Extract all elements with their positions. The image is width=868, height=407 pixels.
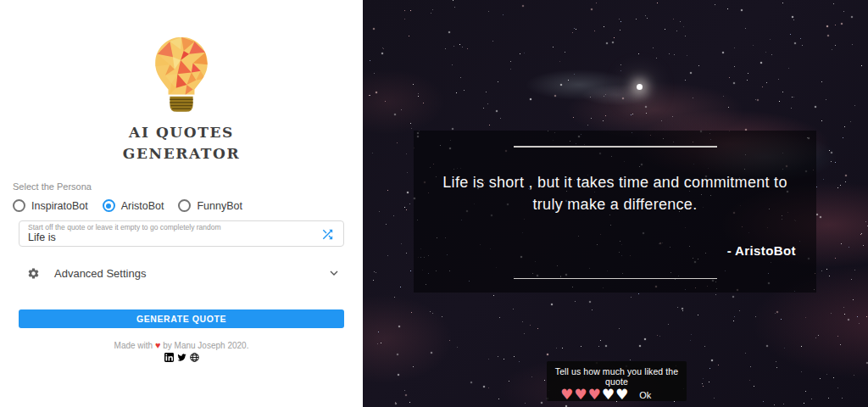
radio-circle-icon (178, 199, 191, 212)
heart-icon[interactable]: ♥ (574, 387, 587, 402)
ok-button[interactable]: Ok (639, 390, 651, 400)
page-title-line2: GENERATOR (123, 143, 240, 164)
radio-circle-icon (103, 199, 115, 212)
heart-icon[interactable]: ♥ (588, 387, 601, 402)
heart-rating: ♥♥♥♥♥ (560, 387, 629, 402)
generate-quote-button[interactable]: GENERATE QUOTE (19, 309, 344, 328)
heart-icon[interactable]: ♥ (602, 387, 615, 402)
heart-icon[interactable]: ♥ (615, 387, 628, 402)
seed-input-label: Start off the quote or leave it empty to… (28, 223, 221, 231)
globe-icon[interactable] (190, 353, 199, 362)
credit-line: Made with ♥ by Manu Joseph 2020. (0, 340, 363, 350)
credit-suffix: by Manu Joseph 2020. (163, 341, 248, 350)
rating-message: Tell us how much you liked the quote (547, 361, 687, 387)
rating-row: ♥♥♥♥♥ Ok (547, 387, 687, 402)
quote-form: Select the Persona InspiratoBot AristoBo… (0, 181, 363, 328)
radio-label: InspiratoBot (31, 200, 88, 212)
gear-icon (27, 267, 40, 280)
heart-icon: ♥ (155, 340, 161, 350)
seed-input[interactable] (28, 231, 309, 243)
chevron-down-icon (327, 266, 341, 280)
shuffle-icon[interactable] (320, 227, 335, 242)
quote-divider-top (514, 146, 717, 148)
left-panel: AI QUOTES GENERATOR Select the Persona I… (0, 0, 363, 407)
persona-radio-group: InspiratoBot AristoBot FunnyBot (13, 199, 363, 212)
quote-divider-bottom (514, 278, 717, 280)
persona-group-label: Select the Persona (13, 181, 363, 192)
linkedin-icon[interactable] (164, 353, 174, 362)
page-title-line1: AI QUOTES (123, 122, 240, 143)
seed-input-container: Start off the quote or leave it empty to… (19, 220, 344, 247)
heart-icon[interactable]: ♥ (560, 387, 573, 402)
radio-label: FunnyBot (197, 200, 242, 212)
persona-radio-funnybot[interactable]: FunnyBot (178, 199, 242, 212)
logo-block: AI QUOTES GENERATOR (0, 0, 363, 164)
app-root: AI QUOTES GENERATOR Select the Persona I… (0, 0, 868, 407)
page-title: AI QUOTES GENERATOR (123, 122, 240, 164)
persona-radio-aristobot[interactable]: AristoBot (103, 199, 164, 212)
rating-toast: Tell us how much you liked the quote ♥♥♥… (547, 361, 687, 401)
starfield-big (363, 0, 364, 2)
lightbulb-logo-icon (147, 34, 216, 119)
radio-label: AristoBot (121, 200, 164, 212)
quote-card: Life is short , but it takes time and co… (414, 131, 816, 293)
footer: Made with ♥ by Manu Joseph 2020. (0, 340, 363, 362)
social-links (0, 353, 363, 362)
quote-display-panel: Life is short , but it takes time and co… (363, 0, 868, 407)
advanced-settings-label: Advanced Settings (54, 267, 146, 280)
quote-text: Life is short , but it takes time and co… (427, 171, 804, 215)
radio-circle-icon (13, 199, 25, 212)
quote-attribution: - AristoBot (727, 243, 796, 258)
advanced-settings-toggle[interactable]: Advanced Settings (19, 262, 344, 284)
bright-star (637, 84, 643, 90)
twitter-icon[interactable] (177, 353, 186, 362)
credit-prefix: Made with (114, 341, 153, 350)
persona-radio-inspiratobot[interactable]: InspiratoBot (13, 199, 88, 212)
